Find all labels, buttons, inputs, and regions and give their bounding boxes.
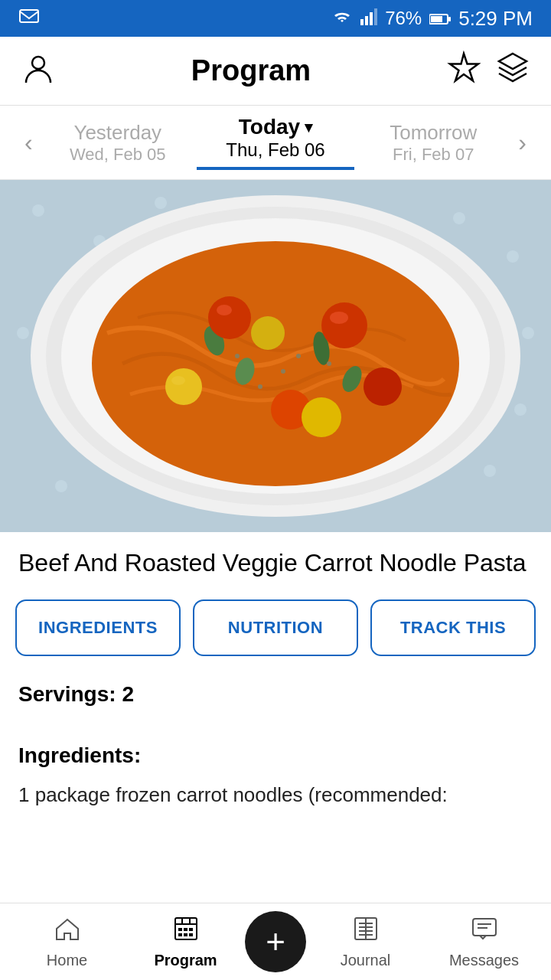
notification-icon [18,7,40,31]
track-this-button[interactable]: TRACK THIS [370,599,536,656]
messages-label: Messages [449,952,519,969]
home-label: Home [47,952,87,969]
ingredients-button[interactable]: INGREDIENTS [15,599,181,656]
svg-point-35 [251,316,285,350]
add-button[interactable]: + [245,911,306,972]
svg-point-41 [281,369,285,374]
svg-point-18 [514,403,527,416]
app-bar: Program [0,37,551,106]
star-icon[interactable] [447,51,481,91]
recipe-image [0,180,551,532]
bottom-navigation: Home Program + [0,903,551,980]
program-icon [172,915,200,949]
ingredients-text: 1 package frozen carrot noodles (recomme… [18,780,533,810]
svg-point-13 [453,212,465,224]
svg-point-37 [217,305,232,315]
svg-rect-4 [374,8,377,25]
svg-rect-2 [365,16,368,25]
svg-point-20 [522,327,534,339]
svg-rect-49 [178,928,182,931]
svg-rect-1 [360,19,364,25]
svg-rect-52 [178,933,182,936]
svg-rect-6 [431,16,442,22]
messages-icon [471,915,498,949]
svg-point-39 [171,376,185,385]
layers-icon[interactable] [496,51,530,91]
svg-point-8 [32,57,44,69]
nav-messages[interactable]: Messages [425,915,543,969]
wifi-icon [331,7,353,31]
status-bar: 76% 5:29 PM [0,0,551,37]
action-buttons: INGREDIENTS NUTRITION TRACK THIS [0,592,551,664]
svg-point-33 [364,368,402,406]
svg-point-34 [165,368,202,405]
nutrition-button[interactable]: NUTRITION [193,599,358,656]
svg-point-15 [484,465,496,477]
nav-journal[interactable]: Journal [306,915,425,969]
svg-point-42 [258,384,262,389]
signal-icon [360,7,377,31]
program-label: Program [154,952,217,969]
page-title: Program [191,54,311,87]
time: 5:29 PM [458,7,533,31]
svg-rect-54 [189,933,193,936]
svg-rect-3 [370,12,373,25]
battery-icon [429,7,451,31]
svg-point-36 [302,397,341,437]
date-dropdown-arrow: ▾ [305,118,312,136]
svg-point-44 [327,361,331,366]
svg-point-38 [330,312,348,324]
svg-rect-50 [184,928,187,931]
svg-point-10 [32,204,44,217]
next-date-arrow[interactable]: › [512,122,533,163]
home-icon [54,915,81,949]
svg-rect-51 [189,928,193,931]
journal-icon [352,915,380,949]
recipe-title: Beef And Roasted Veggie Carrot Noodle Pa… [0,532,551,592]
journal-label: Journal [341,952,391,969]
nav-program[interactable]: Program [126,915,245,969]
date-yesterday[interactable]: Yesterday Wed, Feb 05 [39,121,197,165]
servings-info: Servings: 2 [0,664,551,713]
svg-point-43 [296,354,301,358]
svg-point-12 [155,197,167,209]
date-navigation: ‹ Yesterday Wed, Feb 05 Today ▾ Thu, Feb… [0,106,551,180]
battery-percent: 76% [385,8,422,29]
prev-date-arrow[interactable]: ‹ [18,122,39,163]
nav-home[interactable]: Home [8,915,126,969]
ingredients-section: Ingredients: 1 package frozen carrot noo… [0,713,551,822]
svg-point-40 [235,354,240,358]
date-today[interactable]: Today ▾ Thu, Feb 06 [197,115,354,170]
svg-point-32 [321,302,367,348]
svg-rect-7 [448,17,451,21]
ingredients-heading: Ingredients: [18,743,533,768]
add-icon: + [266,925,285,959]
svg-point-14 [507,250,519,263]
svg-point-29 [208,296,251,339]
svg-rect-53 [184,933,187,936]
svg-rect-0 [20,10,38,22]
svg-point-16 [55,480,67,492]
date-tomorrow[interactable]: Tomorrow Fri, Feb 07 [354,121,512,165]
profile-icon[interactable] [21,51,55,91]
svg-point-19 [17,327,29,339]
